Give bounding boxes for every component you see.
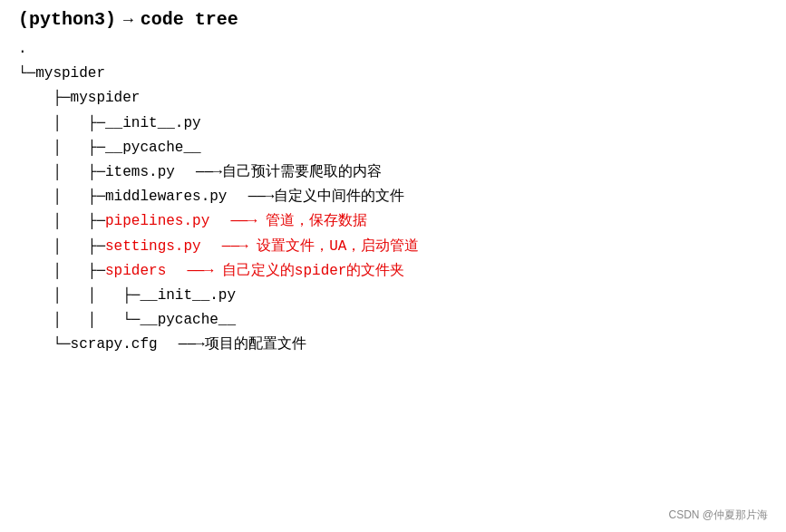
tree-prefix: │ ├─ [18, 136, 105, 160]
file-comment: ——→项目的配置文件 [161, 333, 306, 357]
tree-prefix: . [18, 37, 27, 62]
tree-line: │ ├─spiders ——→ 自己定义的spider的文件夹 [18, 259, 768, 284]
tree-line: │ │ └─__pycache__ [18, 308, 768, 333]
header: (python3) → code tree [18, 9, 768, 30]
file-comment: ——→ 设置文件，UA，启动管道 [205, 235, 420, 259]
file-name: __pycache__ [140, 308, 236, 333]
file-name: __init__.py [140, 284, 236, 308]
file-comment: ——→ 自己定义的spider的文件夹 [170, 259, 404, 284]
tree-line: │ ├─middlewares.py ——→自定义中间件的文件 [18, 185, 768, 209]
file-name: middlewares.py [105, 185, 227, 209]
tree-prefix: │ ├─ [18, 259, 105, 284]
file-name: scrapy.cfg [71, 333, 158, 357]
tree-prefix: └─ [18, 62, 35, 86]
tree-line: │ ├─settings.py ——→ 设置文件，UA，启动管道 [18, 235, 768, 259]
tree-prefix: ├─ [18, 86, 71, 111]
tree-prefix: │ ├─ [18, 160, 105, 185]
tree-line: └─scrapy.cfg ——→项目的配置文件 [18, 333, 768, 357]
file-name: myspider [71, 86, 141, 111]
tree-line: │ ├─__init__.py [18, 111, 768, 136]
file-name: items.py [105, 160, 175, 185]
tree-container: .└─myspider ├─myspider │ ├─__init__.py │… [18, 37, 768, 357]
env-label: (python3) [18, 9, 116, 30]
file-name: pipelines.py [105, 209, 209, 234]
file-name: settings.py [105, 235, 201, 259]
file-comment: ——→自己预计需要爬取的内容 [179, 160, 382, 185]
tree-prefix: │ ├─ [18, 111, 105, 136]
arrow-icon: → [123, 11, 133, 29]
tree-line: │ ├─pipelines.py ——→ 管道，保存数据 [18, 209, 768, 234]
tree-line: ├─myspider [18, 86, 768, 111]
file-comment: ——→自定义中间件的文件 [230, 185, 404, 209]
tree-line: └─myspider [18, 62, 768, 86]
tree-prefix: │ ├─ [18, 235, 105, 259]
file-name: __pycache__ [105, 136, 201, 160]
file-comment: ——→ 管道，保存数据 [213, 209, 367, 234]
tree-prefix: │ ├─ [18, 185, 105, 209]
tree-prefix: └─ [18, 333, 71, 357]
watermark: CSDN @仲夏那片海 [668, 508, 768, 523]
file-name: __init__.py [105, 111, 201, 136]
command-label: code tree [141, 9, 238, 30]
tree-line: │ │ ├─__init__.py [18, 284, 768, 308]
tree-prefix: │ │ ├─ [18, 284, 140, 308]
tree-line: │ ├─__pycache__ [18, 136, 768, 160]
tree-line: . [18, 37, 768, 62]
tree-prefix: │ ├─ [18, 209, 105, 234]
file-name: myspider [35, 62, 105, 86]
tree-prefix: │ │ └─ [18, 308, 140, 333]
file-name: spiders [105, 259, 166, 284]
tree-line: │ ├─items.py ——→自己预计需要爬取的内容 [18, 160, 768, 185]
